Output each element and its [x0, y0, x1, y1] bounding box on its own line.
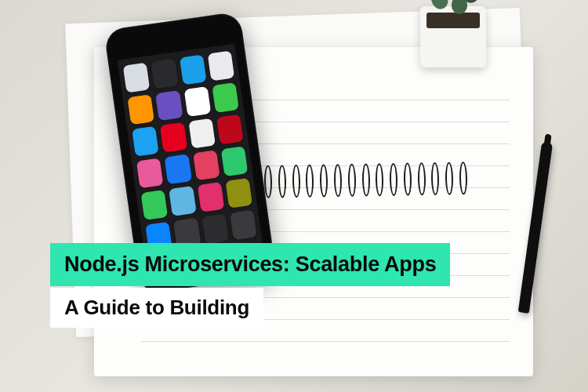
app-icon: [212, 82, 239, 113]
app-icon: [221, 146, 249, 176]
app-icon: [188, 118, 216, 149]
app-icon: [132, 126, 159, 157]
app-icon: [169, 186, 196, 216]
app-icon: [127, 94, 154, 125]
app-icon: [230, 210, 257, 241]
plant-pot: [420, 6, 486, 67]
app-icon: [207, 51, 234, 82]
app-icon: [197, 182, 224, 212]
headline-overlay: Node.js Microservices: Scalable Apps A G…: [50, 243, 450, 328]
app-icon: [160, 122, 187, 153]
desk-scene: Node.js Microservices: Scalable Apps A G…: [0, 0, 588, 392]
app-icon: [216, 114, 244, 145]
app-icon: [151, 59, 179, 89]
app-icon: [155, 90, 183, 121]
app-icon: [193, 150, 220, 180]
app-icon: [165, 154, 192, 184]
app-icon: [225, 178, 252, 209]
app-icon: [201, 214, 229, 245]
headline-subtitle: A Guide to Building: [50, 288, 263, 328]
plant-leaves: [428, 0, 478, 30]
app-icon: [183, 86, 211, 117]
app-icon: [136, 158, 164, 188]
app-icon: [123, 63, 151, 93]
app-icon: [141, 190, 169, 220]
phone-home-screen: [118, 44, 263, 260]
headline-title: Node.js Microservices: Scalable Apps: [50, 243, 450, 286]
app-icon: [179, 55, 206, 85]
